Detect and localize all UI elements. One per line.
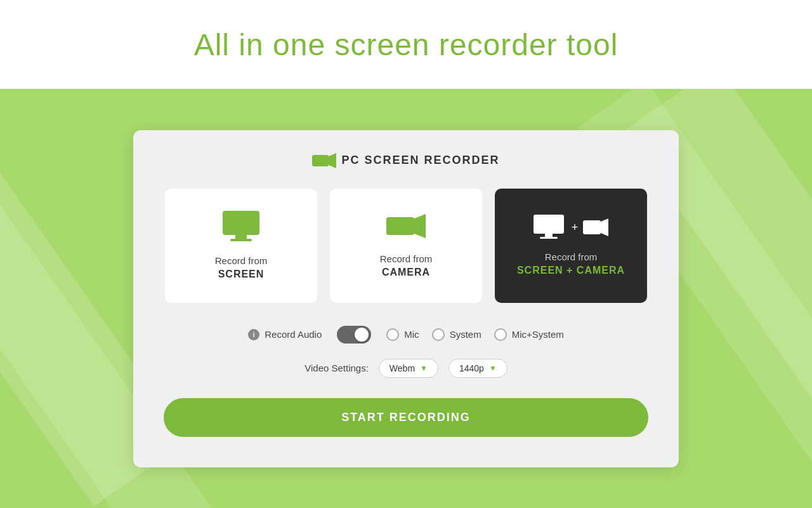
format-value: Webm (390, 363, 415, 373)
screen-svg (221, 211, 261, 241)
audio-toggle[interactable] (337, 326, 371, 344)
page-title: All in one screen recorder tool (194, 27, 619, 62)
screen-icon (221, 211, 261, 244)
svg-rect-10 (583, 220, 601, 234)
svg-rect-3 (235, 235, 247, 239)
screen-camera-option-label-bottom: SCREEN + CAMERA (517, 265, 625, 276)
svg-rect-2 (223, 211, 259, 235)
screen-option-label-bottom: SCREEN (218, 269, 265, 280)
screen-camera-option-label-top: Record from (545, 251, 598, 262)
svg-rect-7 (534, 215, 564, 234)
record-screen-option[interactable]: Record from SCREEN (165, 189, 317, 303)
system-radio-item[interactable]: System (432, 328, 481, 341)
top-header: All in one screen recorder tool (0, 0, 812, 89)
format-chevron-down-icon: ▼ (420, 364, 428, 373)
resolution-chevron-down-icon: ▼ (489, 364, 497, 373)
mic-system-radio-item[interactable]: Mic+System (494, 328, 564, 341)
camera-option-label-top: Record from (380, 253, 433, 264)
logo-camera-svg (312, 153, 336, 168)
audio-label-group: i Record Audio (248, 329, 322, 340)
svg-rect-9 (540, 237, 558, 239)
mic-radio-item[interactable]: Mic (386, 328, 419, 341)
svg-rect-4 (230, 239, 252, 241)
mic-system-radio-label: Mic+System (512, 329, 564, 340)
svg-marker-6 (414, 214, 426, 238)
svg-marker-1 (329, 153, 336, 168)
resolution-value: 1440p (459, 363, 484, 373)
main-area: PC SCREEN RECORDER Record from SCREEN (0, 89, 812, 508)
svg-rect-5 (386, 217, 414, 235)
app-card: PC SCREEN RECORDER Record from SCREEN (133, 130, 679, 467)
mic-radio-label: Mic (404, 329, 419, 340)
record-screen-camera-option[interactable]: + Record from SCREEN + CAMERA (495, 189, 647, 303)
resolution-dropdown[interactable]: 1440p ▼ (449, 359, 508, 378)
audio-label: Record Audio (265, 329, 322, 340)
camera-svg (386, 213, 426, 239)
camera-icon (386, 213, 426, 242)
combo-screen-svg (534, 215, 566, 240)
format-dropdown[interactable]: Webm ▼ (379, 359, 438, 378)
combo-camera-svg (583, 218, 608, 237)
record-options: Record from SCREEN Record from CAMERA (164, 189, 648, 303)
start-recording-button[interactable]: START RECORDING (164, 398, 648, 437)
mic-radio-circle (386, 328, 399, 341)
combo-icon: + (534, 215, 609, 240)
screen-option-label-top: Record from (215, 255, 268, 266)
audio-radio-group: Mic System Mic+System (386, 328, 563, 341)
svg-rect-8 (545, 234, 553, 237)
record-camera-option[interactable]: Record from CAMERA (330, 189, 482, 303)
audio-section: i Record Audio Mic System Mic+System (164, 326, 648, 344)
plus-sign: + (572, 221, 579, 234)
video-settings: Video Settings: Webm ▼ 1440p ▼ (164, 359, 648, 378)
system-radio-label: System (450, 329, 481, 340)
app-title: PC SCREEN RECORDER (341, 154, 499, 167)
video-settings-label: Video Settings: (304, 363, 369, 373)
camera-option-label-bottom: CAMERA (382, 267, 430, 278)
mic-system-radio-circle (494, 328, 507, 341)
app-logo: PC SCREEN RECORDER (312, 153, 499, 168)
toggle-knob (355, 328, 369, 342)
svg-rect-0 (312, 155, 329, 166)
svg-marker-11 (601, 218, 608, 236)
system-radio-circle (432, 328, 445, 341)
app-header: PC SCREEN RECORDER (164, 153, 648, 168)
app-logo-icon (312, 153, 336, 168)
info-icon: i (248, 329, 259, 340)
